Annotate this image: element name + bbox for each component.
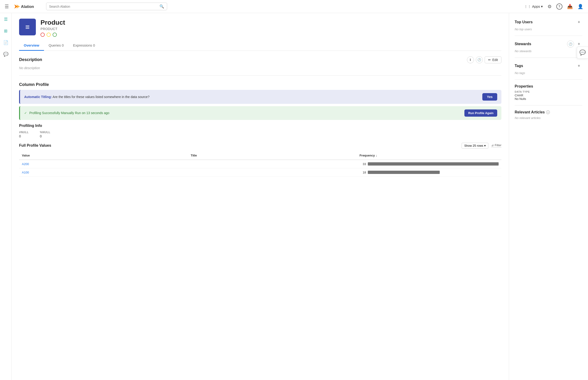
sidebar-item-catalog[interactable]: ☰ [2, 16, 9, 23]
tags-header: Tags + [515, 62, 582, 69]
page-subtitle: PRODUCT [40, 27, 65, 31]
row-2-value[interactable]: A100 [19, 168, 188, 176]
auto-titling-text: Automatic Titling: Are the titles for th… [24, 95, 149, 99]
chat-bubble-panel[interactable]: 💬 [577, 47, 588, 59]
column-profile-section: Column Profile Automatic Titling: Are th… [19, 82, 501, 182]
null-percent-value: 0 [40, 134, 50, 138]
page-icon: ≡ [19, 19, 36, 35]
right-sidebar: Top Users + No top users Stewards 🕐 + No… [509, 13, 588, 380]
stewards-title: Stewards [515, 42, 531, 46]
run-profile-again-button[interactable]: Run Profile Again [464, 110, 497, 117]
description-header: Description ℹ 🕐 ✏ Edit [19, 56, 501, 63]
col-header-frequency: Frequency ↓ [357, 151, 501, 160]
tags-title: Tags [515, 64, 523, 68]
search-input[interactable] [49, 5, 159, 8]
relevant-articles-empty: No relevant articles [515, 116, 582, 120]
sidebar-item-grid[interactable]: ⊞ [2, 27, 9, 35]
stat-null-count: #NULL 0 [19, 131, 29, 138]
description-title: Description [19, 57, 42, 62]
description-info-button[interactable]: ℹ [467, 56, 474, 63]
relevant-articles-title-wrap: Relevant Articles i [515, 110, 550, 114]
tab-expressions[interactable]: Expressions 0 [68, 40, 100, 51]
sidebar-item-chat[interactable]: 💬 [2, 51, 9, 58]
filter-button[interactable]: ⊿ Filter [491, 143, 501, 148]
help-icon[interactable]: ? [556, 3, 562, 10]
tabs: Overview Queries 0 Expressions 0 [19, 40, 501, 51]
description-edit-button[interactable]: ✏ Edit [485, 56, 501, 63]
tab-queries[interactable]: Queries 0 [44, 40, 68, 51]
row-1-freq-num: 33 [359, 162, 366, 166]
description-history-button[interactable]: 🕐 [476, 56, 483, 63]
status-dot-red[interactable] [40, 33, 45, 37]
status-dot-green[interactable] [53, 33, 57, 37]
profiling-stats: #NULL 0 %NULL 0 [19, 131, 501, 138]
hamburger-menu[interactable]: ☰ [5, 4, 9, 9]
navbar-right: ⋮⋮ Apps ▾ ⚙ ? 📥 👤 [524, 3, 583, 10]
auto-titling-strong: Automatic Titling: [24, 95, 52, 99]
auto-titling-body: Are the titles for these values listed s… [53, 95, 149, 99]
stat-null-percent: %NULL 0 [40, 131, 50, 138]
left-sidebar: ☰ ⊞ 📄 💬 [0, 13, 12, 380]
show-rows-button[interactable]: Show 25 rows ▾ [462, 143, 488, 149]
row-1-freq-bar [368, 162, 499, 166]
row-1-value[interactable]: A200 [19, 160, 188, 168]
tags-add-button[interactable]: + [575, 62, 582, 69]
data-type-label: DATA TYPE [515, 90, 582, 93]
null-count-label: #NULL [19, 131, 29, 134]
row-2-freq-bar [368, 171, 440, 174]
content-area: ≡ Product PRODUCT Overview Queries 0 Exp… [12, 13, 509, 380]
auto-titling-yes-button[interactable]: Yes [482, 93, 497, 101]
profile-controls: Show 25 rows ▾ ⊿ Filter [462, 143, 501, 149]
svg-text:Alation: Alation [21, 4, 34, 9]
properties-section: Properties DATA TYPE CHAR No Nulls [515, 84, 582, 105]
search-bar[interactable]: 🔍 [46, 2, 167, 10]
user-avatar[interactable]: 👤 [578, 4, 583, 9]
tab-overview[interactable]: Overview [19, 40, 44, 51]
stewards-section: Stewards 🕐 + No stewards [515, 40, 582, 58]
show-rows-label: Show 25 rows [464, 144, 483, 147]
top-users-title: Top Users [515, 20, 533, 24]
apps-menu[interactable]: ⋮⋮ Apps ▾ [524, 4, 543, 9]
page-title: Product [40, 19, 65, 27]
tags-empty: No tags [515, 71, 582, 75]
filter-icon: ⊿ [491, 143, 494, 147]
settings-icon[interactable]: ⚙ [548, 4, 552, 9]
relevant-articles-info-icon: i [546, 110, 550, 114]
row-1-freq-bar-wrap [368, 162, 499, 166]
table-row: A200 33 [19, 160, 501, 168]
sidebar-item-document[interactable]: 📄 [2, 39, 9, 46]
relevant-articles-title: Relevant Articles [515, 110, 545, 114]
profiling-info-title: Profiling Info [19, 124, 501, 128]
nulls-value: No Nulls [515, 97, 582, 101]
apps-label: Apps [532, 4, 540, 8]
navbar: ☰ Alation 🔍 ⋮⋮ Apps ▾ ⚙ ? 📥 👤 [0, 0, 588, 13]
top-users-section: Top Users + No top users [515, 19, 582, 36]
row-2-title [188, 168, 357, 176]
col-header-value: Value [19, 151, 188, 160]
column-profile-title: Column Profile [19, 82, 49, 87]
properties-title: Properties [515, 84, 533, 89]
tags-section: Tags + No tags [515, 62, 582, 80]
status-dot-yellow[interactable] [47, 33, 51, 37]
row-1-frequency: 33 [357, 160, 501, 168]
apps-grid-icon: ⋮⋮ [524, 5, 531, 8]
inbox-icon[interactable]: 📥 [567, 4, 573, 9]
page-header: ≡ Product PRODUCT [19, 19, 501, 37]
col-header-title: Title [188, 151, 357, 160]
relevant-articles-section: Relevant Articles i No relevant articles [515, 110, 582, 124]
filter-label: Filter [495, 143, 501, 147]
null-percent-label: %NULL [40, 131, 50, 134]
description-empty: No description [19, 66, 501, 70]
show-rows-chevron: ▾ [484, 144, 486, 147]
stewards-history-button[interactable]: 🕐 [567, 40, 574, 47]
top-users-add-button[interactable]: + [575, 19, 582, 26]
stewards-header: Stewards 🕐 + [515, 40, 582, 47]
status-dots [40, 33, 65, 37]
profile-values-table: Value Title Frequency ↓ A200 33 [19, 151, 501, 177]
page-title-section: Product PRODUCT [40, 19, 65, 37]
relevant-articles-header: Relevant Articles i [515, 110, 582, 114]
main-layout: ≡ Product PRODUCT Overview Queries 0 Exp… [12, 13, 588, 380]
edit-pencil-icon: ✏ [488, 58, 491, 62]
profiling-success-text: ✓ Profiling Successfully Manually Run on… [24, 111, 110, 115]
row-2-freq-bar-wrap [368, 171, 499, 174]
